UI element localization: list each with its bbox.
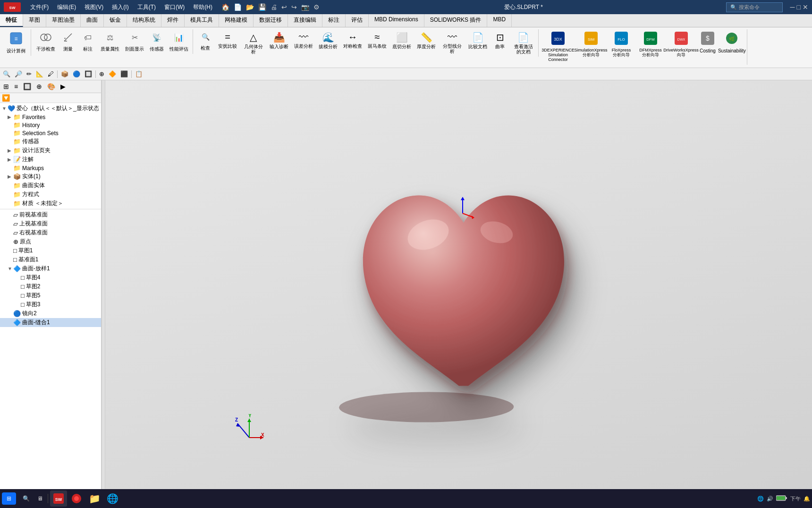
tree-notes[interactable]: ▶ 📝 注解 (0, 155, 101, 164)
tree-top-plane[interactable]: ▶ ▱ 上视基准面 (0, 219, 101, 228)
btn-costing[interactable]: $ Costing (697, 30, 718, 64)
menu-help[interactable]: 帮助(H) (189, 2, 216, 12)
btn-curvature[interactable]: ⊡ 曲率 (491, 30, 509, 56)
tree-equations[interactable]: ▶ 📁 方程式 (0, 190, 101, 199)
tab-mbd-dimensions[interactable]: MBD Dimensions (369, 14, 424, 27)
tab-sketch[interactable]: 草图 (23, 14, 46, 27)
screenshot-btn[interactable]: 📷 (300, 2, 311, 12)
redo-btn[interactable]: ↪ (290, 2, 298, 12)
open-btn[interactable]: 📂 (245, 2, 255, 12)
btn-measure[interactable]: 测量 (59, 30, 77, 53)
menu-edit[interactable]: 编辑(E) (53, 2, 80, 12)
minimize-btn[interactable]: ─ (790, 3, 795, 11)
vbtn-diamond[interactable]: 🔶 (107, 69, 118, 78)
tree-material[interactable]: ▶ 📁 材质 ＜未指定＞ (0, 199, 101, 208)
btn-input-diag[interactable]: 📥 输入诊断 (267, 30, 291, 56)
tab-structure[interactable]: 结构系统 (127, 14, 161, 27)
btn-geometry-analysis[interactable]: △ 几何体分析 (240, 30, 266, 56)
btn-draft[interactable]: 🌊 拔模分析 (316, 30, 340, 56)
vbtn-sphere[interactable]: 🔵 (71, 69, 82, 78)
tab-features[interactable]: 特征 (0, 14, 23, 27)
vbtn-measure[interactable]: 📐 (34, 69, 45, 78)
start-button[interactable]: ⊞ (2, 492, 16, 505)
btn-undercut[interactable]: ⬜ 底切分析 (390, 30, 414, 56)
btn-section-view[interactable]: ✂ 剖面显示 (123, 30, 146, 53)
undo-btn[interactable]: ↩ (280, 2, 288, 12)
tree-knit-surface[interactable]: ▶ 🔷 曲面-缝合1 (0, 318, 101, 327)
menu-insert[interactable]: 插入(I) (108, 2, 132, 12)
tab-sheetmetal[interactable]: 钣金 (104, 14, 127, 27)
tree-loft-surface[interactable]: ▼ 🔷 曲面-放样1 (0, 264, 101, 273)
tab-surface[interactable]: 曲面 (81, 14, 104, 27)
tab-solidworks-addins[interactable]: SOLIDWORKS 插件 (424, 14, 488, 27)
tree-baseplane1[interactable]: ▶ □ 基准面1 (0, 255, 101, 264)
taskbar-record[interactable] (68, 491, 85, 507)
tab-weldments[interactable]: 焊件 (161, 14, 185, 27)
resize-handle[interactable] (102, 80, 105, 504)
menu-file[interactable]: 文件(F) (26, 2, 52, 12)
taskbar-explorer[interactable]: 📁 (86, 491, 103, 507)
btn-interference[interactable]: 干涉检查 (34, 30, 58, 53)
tree-mirror2[interactable]: ▶ 🔵 镜向2 (0, 309, 101, 318)
menu-tools[interactable]: 工具(T) (134, 2, 160, 12)
tree-front-plane[interactable]: ▶ ▱ 前视基准面 (0, 210, 101, 219)
tab-markup[interactable]: 标注 (322, 14, 346, 27)
tab-mold[interactable]: 模具工具 (185, 14, 219, 27)
home-btn[interactable]: 🏠 (220, 2, 231, 12)
tab-direct-edit[interactable]: 直接编辑 (288, 14, 322, 27)
vbtn-wireframe[interactable]: 🔲 (83, 69, 94, 78)
tree-sketch4[interactable]: ▶ □ 草图4 (0, 273, 101, 282)
close-btn[interactable]: ✕ (803, 3, 808, 11)
tree-history[interactable]: ▶ 📁 History (0, 121, 101, 129)
btn-compare[interactable]: = 安抚比较 (216, 30, 239, 56)
btn-parting-line[interactable]: 〰 分型线分析 (439, 30, 465, 56)
tree-selection-sets[interactable]: ▶ 📁 Selection Sets (0, 129, 101, 137)
tab-data-migration[interactable]: 数据迁移 (254, 14, 288, 27)
btn-performance[interactable]: 📊 性能评估 (167, 30, 191, 53)
tree-sketch1[interactable]: ▶ □ 草图1 (0, 246, 101, 255)
tab-sketch-ink[interactable]: 草图油墨 (46, 14, 81, 27)
vbtn-plus[interactable]: ⊕ (97, 69, 106, 78)
tree-surface-solid[interactable]: ▶ 📁 曲面实体 (0, 181, 101, 190)
viewport[interactable]: Z Y X (105, 80, 812, 504)
btn-design-study[interactable]: ≡ 设计算例 (3, 30, 29, 55)
tree-origin[interactable]: ▶ ⊕ 原点 (0, 237, 101, 246)
stb-arrow[interactable]: ▶ (58, 81, 68, 92)
btn-sensors[interactable]: 📡 传感器 (147, 30, 166, 53)
tree-favorites[interactable]: ▶ 📁 Favorites (0, 113, 101, 121)
btn-sustainability[interactable]: 🌿 Sustainability (719, 30, 745, 64)
vbtn-zoom-to-fit[interactable]: 🔍 (1, 69, 12, 78)
stb-rect[interactable]: 🔲 (21, 81, 34, 92)
task-view[interactable]: 🖥 (34, 493, 46, 504)
tree-sensors[interactable]: ▶ 📁 传感器 (0, 137, 101, 146)
stb-grid[interactable]: ⊞ (1, 81, 11, 92)
vbtn-zoom-in[interactable]: 🔎 (13, 69, 24, 78)
settings-btn[interactable]: ⚙ (312, 2, 321, 12)
maximize-btn[interactable]: □ (797, 3, 801, 11)
btn-symmetry[interactable]: ↔ 对称检查 (341, 30, 364, 56)
vbtn-pen[interactable]: 🖊 (46, 69, 56, 78)
tree-sketch3[interactable]: ▶ □ 草图3 (0, 300, 101, 309)
btn-active-doc[interactable]: 📄 查看激活的文档 (510, 30, 536, 56)
btn-floXpress[interactable]: FLO FloXpress 分析向导 (607, 30, 635, 64)
btn-driveworks[interactable]: DWX DriveWorksXpress 向导 (666, 30, 696, 64)
btn-annotation[interactable]: 🏷 标注 (78, 30, 97, 53)
search-box[interactable]: 🔍 搜索命令 (726, 2, 783, 12)
tree-right-plane[interactable]: ▶ ▱ 右视基准面 (0, 228, 101, 237)
filter-icon[interactable]: 🔽 (2, 94, 10, 102)
tab-evaluate[interactable]: 评估 (346, 14, 369, 27)
stb-color[interactable]: 🎨 (45, 81, 58, 92)
save-btn[interactable]: 💾 (257, 2, 268, 12)
tree-sketch5[interactable]: ▶ □ 草图5 (0, 291, 101, 300)
vbtn-square[interactable]: ⬛ (118, 69, 130, 78)
btn-mass-properties[interactable]: ⚖ 质量属性 (98, 30, 122, 53)
menu-window[interactable]: 窗口(W) (161, 2, 188, 12)
btn-zebra[interactable]: ≈ 斑马条纹 (365, 30, 389, 56)
tab-mbd[interactable]: MBD (487, 14, 512, 27)
btn-deviation[interactable]: 〰 误差分析 (292, 30, 315, 56)
tree-root[interactable]: ▼ 💙 爱心（默认＜＜默认＞_显示状态 (0, 104, 101, 113)
tree-solid[interactable]: ▶ 📦 实体(1) (0, 172, 101, 181)
taskbar-edge[interactable]: 🌐 (104, 491, 121, 507)
btn-compare-doc[interactable]: 📄 比较文档 (466, 30, 490, 56)
taskbar-sw-app[interactable]: SW (50, 491, 67, 507)
